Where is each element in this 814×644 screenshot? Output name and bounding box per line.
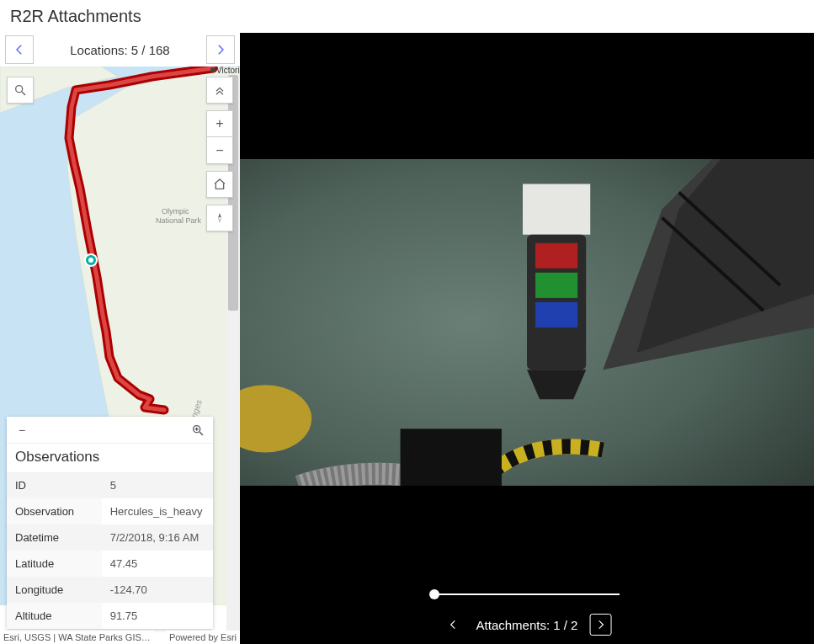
search-button[interactable] xyxy=(7,77,34,104)
chevron-right-icon xyxy=(213,42,228,57)
table-row: Longitude-124.70 xyxy=(7,577,213,603)
next-location-button[interactable] xyxy=(206,35,235,64)
prev-attachment-button[interactable] xyxy=(443,614,465,636)
map-label-olympic: Olympic xyxy=(162,207,189,216)
prev-location-button[interactable] xyxy=(5,35,34,64)
svg-rect-24 xyxy=(535,302,577,327)
left-pane: Locations: 5 / 168 xyxy=(0,33,240,644)
page-title: R2R Attachments xyxy=(0,0,814,33)
row-value: 7/2/2018, 9:16 AM xyxy=(102,524,213,551)
svg-rect-20 xyxy=(523,184,590,235)
compass-icon xyxy=(213,211,226,225)
observations-title: Observations xyxy=(7,444,213,472)
main: Locations: 5 / 168 xyxy=(0,33,814,644)
attachments-counter: Attachments: 1 / 2 xyxy=(476,618,578,632)
chevron-left-icon xyxy=(12,42,27,57)
row-label: Longitude xyxy=(7,577,102,603)
attachment-viewer: Attachments: 1 / 2 xyxy=(240,33,814,644)
row-value: 91.75 xyxy=(102,603,213,629)
svg-point-3 xyxy=(88,258,93,263)
zoom-to-button[interactable] xyxy=(188,420,208,440)
slider-thumb[interactable] xyxy=(429,589,439,599)
map-powered-by: Powered by Esri xyxy=(166,631,240,644)
minus-icon: − xyxy=(19,423,25,437)
minus-icon: − xyxy=(215,143,223,158)
zoom-out-button[interactable]: − xyxy=(206,137,233,164)
svg-text:National Park: National Park xyxy=(156,216,202,225)
table-row: ObservationHercules_is_heavy xyxy=(7,498,213,524)
plus-icon: + xyxy=(215,116,223,131)
compass-button[interactable] xyxy=(206,205,233,232)
observations-body[interactable]: ID5 ObservationHercules_is_heavy Datetim… xyxy=(7,472,213,629)
next-attachment-button[interactable] xyxy=(589,614,611,636)
observations-header: − xyxy=(7,417,213,444)
svg-rect-26 xyxy=(401,428,502,486)
chevron-right-icon xyxy=(594,619,606,631)
row-value: -124.70 xyxy=(102,577,213,603)
row-label: Altitude xyxy=(7,603,102,629)
svg-line-12 xyxy=(200,432,203,435)
row-label: Observation xyxy=(7,498,102,524)
svg-line-10 xyxy=(22,92,25,95)
row-value: Hercules_is_heavy xyxy=(102,498,213,524)
svg-point-4 xyxy=(210,67,215,72)
table-row: Datetime7/2/2018, 9:16 AM xyxy=(7,524,213,551)
row-value: 5 xyxy=(102,472,213,498)
home-icon xyxy=(213,178,226,191)
row-label: ID xyxy=(7,472,102,498)
zoom-slider[interactable] xyxy=(434,588,620,600)
locations-counter: Locations: 5 / 168 xyxy=(70,43,169,57)
expand-button[interactable] xyxy=(206,77,233,104)
row-label: Latitude xyxy=(7,551,102,577)
slider-track xyxy=(434,593,620,595)
map[interactable]: Victoria Olympic National Park Coastal R… xyxy=(0,67,240,644)
map-tools: + − xyxy=(206,77,233,232)
table-row: ID5 xyxy=(7,472,213,498)
magnify-plus-icon xyxy=(191,423,205,437)
chevron-left-icon xyxy=(448,619,460,631)
observations-panel: − Observations ID5 ObservationHercules_i… xyxy=(7,417,213,629)
zoom-in-button[interactable]: + xyxy=(206,110,233,137)
svg-point-9 xyxy=(16,86,23,93)
map-attribution: Esri, USGS | WA State Parks GIS… xyxy=(0,631,154,644)
attachments-bar: Attachments: 1 / 2 xyxy=(443,614,612,636)
attachment-image[interactable] xyxy=(240,159,814,486)
table-row: Latitude47.45 xyxy=(7,551,213,577)
map-label-victoria: Victoria xyxy=(216,67,240,75)
home-button[interactable] xyxy=(206,171,233,198)
row-value: 47.45 xyxy=(102,551,213,577)
table-row: Altitude91.75 xyxy=(7,603,213,629)
svg-rect-22 xyxy=(535,243,577,269)
minimize-button[interactable]: − xyxy=(12,420,32,440)
svg-rect-23 xyxy=(535,273,577,298)
locations-bar: Locations: 5 / 168 xyxy=(0,33,240,67)
observations-table: ID5 ObservationHercules_is_heavy Datetim… xyxy=(7,472,213,629)
search-icon xyxy=(13,83,27,97)
row-label: Datetime xyxy=(7,524,102,551)
chevrons-up-icon xyxy=(213,83,226,97)
